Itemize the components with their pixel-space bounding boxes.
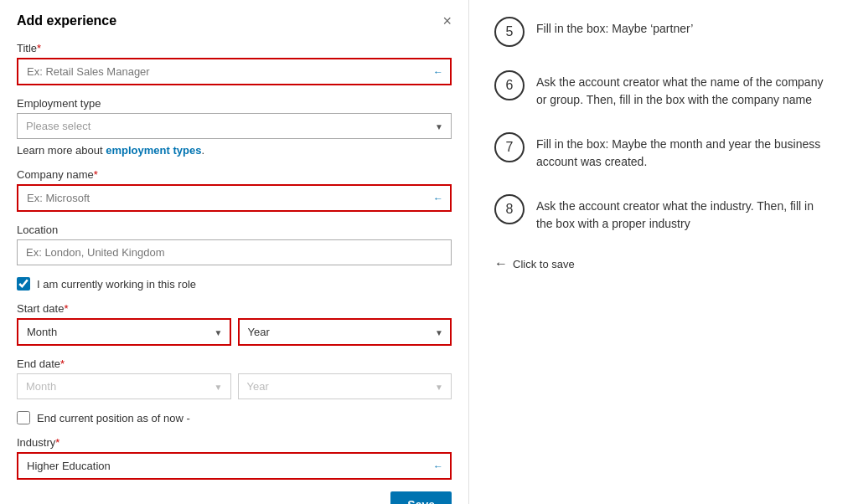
end-month-wrapper: Month ▼ (17, 373, 231, 399)
start-year-wrapper: Year 202420232022 202120202019 ▼ (238, 318, 452, 346)
title-label: Title* (17, 42, 452, 54)
end-date-row: Month ▼ Year ▼ (17, 373, 452, 399)
currently-working-checkbox[interactable] (17, 277, 30, 291)
industry-group: Industry* ← (17, 436, 452, 480)
employment-type-group: Employment type Please select Full-time … (17, 97, 452, 139)
currently-working-label: I am currently working in this role (37, 278, 196, 291)
instruction-text-7: Fill in the box: Maybe the month and yea… (536, 132, 833, 171)
form-header: Add experience × (17, 13, 452, 28)
save-arrow-icon: ← (494, 256, 508, 271)
company-name-input[interactable] (17, 184, 452, 212)
save-row: Save (17, 491, 452, 504)
employment-types-link[interactable]: employment types (106, 144, 201, 157)
instruction-item-6: 6 Ask the account creator what the name … (494, 70, 833, 109)
end-position-checkbox[interactable] (17, 411, 30, 424)
start-date-label: Start date* (17, 302, 452, 315)
instruction-number-6: 6 (494, 70, 525, 100)
instruction-text-8: Ask the account creator what the industr… (536, 194, 833, 233)
start-date-group: Start date* Month JanuaryFebruaryMarch A… (17, 302, 452, 346)
instruction-number-7: 7 (494, 132, 525, 162)
location-group: Location (17, 224, 452, 265)
title-input[interactable] (17, 58, 452, 85)
title-group: Title* ← (17, 42, 452, 85)
employment-link-row: Learn more about employment types. (17, 144, 452, 157)
industry-label: Industry* (17, 436, 452, 449)
end-year-select[interactable]: Year (238, 373, 452, 399)
instruction-text-5: Fill in the box: Maybe ‘partner’ (536, 17, 693, 38)
start-year-select[interactable]: Year 202420232022 202120202019 (238, 318, 452, 346)
employment-type-select[interactable]: Please select Full-time Part-time Self-e… (17, 113, 452, 139)
location-input[interactable] (17, 239, 452, 265)
save-arrow-indicator: ← Click to save (494, 256, 833, 271)
end-date-label: End date* (17, 357, 452, 370)
industry-input[interactable] (17, 452, 452, 480)
currently-working-row: I am currently working in this role (17, 277, 452, 291)
company-name-label: Company name* (17, 168, 452, 181)
end-year-wrapper: Year ▼ (238, 373, 452, 399)
start-date-row: Month JanuaryFebruaryMarch AprilMayJune … (17, 318, 452, 346)
start-month-wrapper: Month JanuaryFebruaryMarch AprilMayJune … (17, 318, 231, 346)
instruction-item-5: 5 Fill in the box: Maybe ‘partner’ (494, 17, 833, 47)
employment-type-label: Employment type (17, 97, 452, 110)
save-button[interactable]: Save (390, 491, 452, 504)
end-position-label: End current position as of now - (37, 412, 190, 424)
start-month-select[interactable]: Month JanuaryFebruaryMarch AprilMayJune … (17, 318, 231, 346)
close-button[interactable]: × (442, 13, 452, 28)
location-label: Location (17, 224, 452, 236)
instruction-text-6: Ask the account creator what the name of… (536, 70, 833, 109)
end-date-group: End date* Month ▼ Year ▼ (17, 357, 452, 399)
form-title: Add experience (17, 13, 116, 28)
instruction-item-7: 7 Fill in the box: Maybe the month and y… (494, 132, 833, 171)
save-arrow-text: Click to save (513, 258, 575, 270)
end-month-select[interactable]: Month (17, 373, 231, 399)
instruction-number-8: 8 (494, 194, 525, 224)
title-input-wrapper: ← (17, 58, 452, 85)
instructions-panel: 5 Fill in the box: Maybe ‘partner’ 6 Ask… (469, 0, 858, 504)
form-panel: Add experience × Title* ← Employment typ… (0, 0, 469, 504)
company-name-input-wrapper: ← (17, 184, 452, 212)
industry-input-wrapper: ← (17, 452, 452, 480)
end-position-row: End current position as of now - (17, 411, 452, 424)
instruction-item-8: 8 Ask the account creator what the indus… (494, 194, 833, 233)
employment-type-select-wrapper: Please select Full-time Part-time Self-e… (17, 113, 452, 139)
company-name-group: Company name* ← (17, 168, 452, 212)
instruction-number-5: 5 (494, 17, 525, 47)
